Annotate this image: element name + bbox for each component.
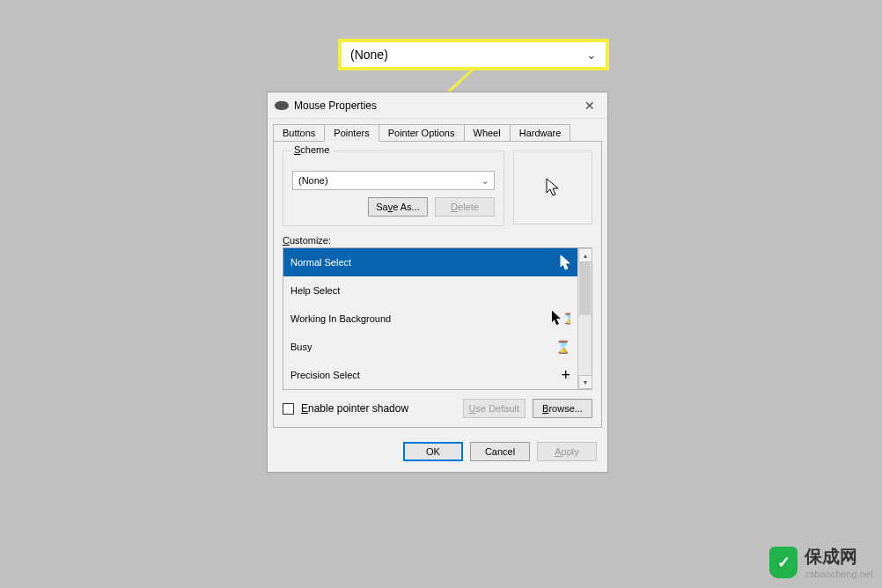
scroll-thumb[interactable] [579,262,591,315]
dialog-buttons: OK Cancel Apply [268,433,607,472]
crosshair-icon: + [561,366,570,385]
list-item-label: Busy [290,342,312,352]
dialog-title: Mouse Properties [294,99,377,112]
delete-button[interactable]: Delete [435,197,495,217]
ok-button[interactable]: OK [403,442,463,461]
list-item-label: Help Select [290,285,340,296]
list-item-busy[interactable]: Busy ⌛ [283,333,577,361]
watermark-title: 保成网 [805,547,857,566]
tab-body-pointers: Scheme (None) ⌄ Save As... Delete Custo [273,141,602,428]
tab-pointers[interactable]: Pointers [324,124,379,142]
enable-shadow-checkbox[interactable] [283,403,294,415]
close-button[interactable]: ✕ [579,97,600,114]
scroll-up-button[interactable]: ▴ [578,248,592,262]
scroll-down-button[interactable]: ▾ [578,375,592,389]
scheme-select[interactable]: (None) ⌄ [292,171,495,190]
tab-hardware[interactable]: Hardware [510,124,571,142]
list-item-label: Working In Background [290,313,391,324]
apply-button[interactable]: Apply [537,442,597,461]
list-item-working-bg[interactable]: Working In Background ⌛ [283,305,577,333]
svg-text:⌛: ⌛ [562,312,570,325]
scheme-none-callout: (None) ⌄ [338,39,609,70]
list-item-label: Normal Select [290,257,351,268]
cursor-preview [513,151,592,224]
use-default-button[interactable]: Use Default [463,399,526,418]
cursor-listbox[interactable]: Normal Select Help Select Working In Bac… [283,247,592,390]
scheme-groupbox: Scheme (None) ⌄ Save As... Delete [283,151,504,226]
cancel-button[interactable]: Cancel [470,442,530,461]
tab-buttons[interactable]: Buttons [273,124,325,142]
hourglass-icon: ⌛ [555,340,570,354]
list-item-precision[interactable]: Precision Select + [283,361,577,389]
shield-icon: ✓ [769,547,797,578]
svg-marker-4 [552,311,561,325]
browse-button[interactable]: Browse... [533,399,592,418]
mouse-icon [275,101,289,110]
svg-marker-3 [561,255,570,269]
scrollbar[interactable]: ▴ ▾ [577,248,592,389]
watermark-url: zsbaocheng.net [805,569,873,579]
list-item-normal-select[interactable]: Normal Select [283,248,577,276]
scheme-legend: Scheme [290,144,333,155]
chevron-down-icon: ⌄ [586,48,597,62]
titlebar: Mouse Properties ✕ [268,92,607,119]
mouse-properties-dialog: Mouse Properties ✕ Buttons Pointers Poin… [267,92,608,473]
watermark: ✓ 保成网 zsbaocheng.net [769,545,873,579]
tab-pointer-options[interactable]: Pointer Options [379,124,465,142]
list-item-help-select[interactable]: Help Select [283,276,577,305]
list-item-label: Precision Select [290,370,360,380]
tab-strip: Buttons Pointers Pointer Options Wheel H… [268,119,607,142]
svg-marker-2 [547,179,558,195]
callout-top-value: (None) [350,48,388,62]
customize-label: Customize: [283,235,592,246]
save-as-button[interactable]: Save As... [368,197,428,217]
tab-wheel[interactable]: Wheel [464,124,511,142]
chevron-down-icon: ⌄ [481,176,489,186]
enable-shadow-label: Enable pointer shadow [301,402,456,415]
arrow-hourglass-icon: ⌛ [551,310,570,327]
arrow-cursor-icon [560,254,570,270]
arrow-cursor-icon [546,178,560,197]
scheme-selected-value: (None) [298,175,328,186]
